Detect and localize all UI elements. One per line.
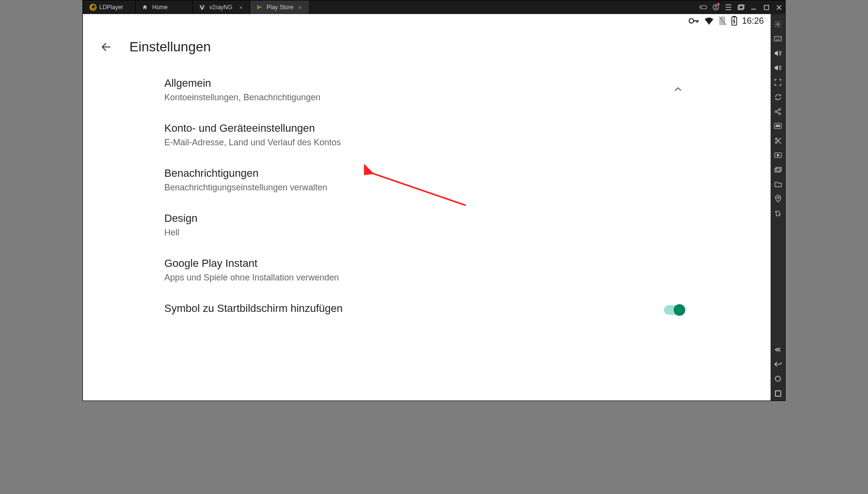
play-video-icon[interactable] [771,148,785,162]
settings-item-subtitle: Kontoeinstellungen, Benachrichtigungen [164,93,320,103]
menu-icon[interactable] [722,0,735,14]
settings-item-konto[interactable]: Konto- und Geräteeinstellungen E-Mail-Ad… [164,112,771,157]
folder-icon[interactable] [771,177,785,191]
title-bar: LDPlayer Home v2rayNG × Play Store [83,0,785,14]
emulator-side-toolbar: + − APK [771,14,785,401]
apk-icon[interactable]: APK [771,119,785,133]
settings-item-design[interactable]: Design Hell [164,202,771,247]
tab-strip: Home v2rayNG × Play Store × [135,0,697,14]
svg-rect-24 [776,167,781,171]
svg-rect-10 [733,16,735,17]
settings-item-subtitle: Hell [164,228,197,238]
back-arrow-icon[interactable] [100,41,112,53]
close-icon[interactable]: × [238,4,244,11]
volume-down-icon[interactable]: − [771,61,785,75]
svg-point-28 [775,376,781,382]
vpn-key-icon [689,17,699,24]
svg-point-12 [777,23,779,25]
svg-point-4 [715,6,717,8]
svg-rect-27 [776,211,779,216]
svg-rect-29 [775,390,780,396]
scissors-icon[interactable] [771,133,785,148]
svg-text:APK: APK [775,125,780,127]
tab-label: Home [152,4,168,11]
chevron-up-icon [673,84,683,94]
share-icon[interactable] [771,104,785,119]
play-store-icon [256,4,263,11]
multi-instance-icon[interactable] [735,0,747,14]
home-nav-icon[interactable] [771,371,785,386]
v2ray-icon [199,4,205,11]
rotate-icon[interactable] [771,206,785,220]
page-title: Einstellungen [129,39,211,55]
home-icon [142,4,148,11]
location-pin-icon[interactable] [771,191,785,206]
svg-point-21 [775,138,777,139]
android-screen: 16:26 Einstellungen Allgemein Kontoeinst… [83,14,771,401]
gamepad-icon[interactable] [697,0,710,14]
app-brand: LDPlayer [83,0,135,14]
settings-item-title: Konto- und Geräteeinstellungen [164,122,341,135]
page-header: Einstellungen [83,28,771,60]
settings-item-subtitle: E-Mail-Adresse, Land und Verlauf des Kon… [164,138,341,148]
svg-rect-25 [774,169,780,172]
tab-label: v2rayNG [209,4,232,11]
volume-up-icon[interactable]: + [771,46,785,61]
window-controls [697,0,785,14]
settings-item-title: Design [164,212,197,225]
svg-point-26 [777,197,779,199]
expand-icon[interactable] [771,342,785,357]
svg-rect-7 [764,5,769,10]
settings-item-title: Allgemein [164,77,320,90]
multi-window-icon[interactable] [771,162,785,177]
wifi-icon [704,17,714,25]
settings-item-title: Benachrichtigungen [164,167,327,180]
svg-point-22 [775,141,777,143]
app-brand-label: LDPlayer [99,4,123,11]
settings-list: Allgemein Kontoeinstellungen, Benachrich… [83,60,771,401]
settings-item-play-instant[interactable]: Google Play Instant Apps und Spiele ohne… [164,247,771,293]
back-nav-icon[interactable] [771,357,785,371]
tab-v2rayng[interactable]: v2rayNG × [192,0,250,14]
settings-item-startbildschirm[interactable]: Symbol zu Startbildschirm hinzufügen [164,293,771,315]
close-icon[interactable] [773,0,785,14]
maximize-icon[interactable] [760,0,773,14]
tab-play-store[interactable]: Play Store × [250,0,309,14]
fullscreen-icon[interactable] [771,75,785,90]
no-sim-icon [719,16,726,25]
android-status-bar: 16:26 [83,14,771,28]
keyboard-icon[interactable] [771,31,785,46]
svg-point-8 [689,18,694,23]
svg-text:+: + [780,50,782,53]
tab-label: Play Store [267,4,293,11]
settings-item-benachrichtigungen[interactable]: Benachrichtigungen Benachrichtigungseins… [164,157,771,202]
settings-item-subtitle: Benachrichtigungseinstellungen verwalten [164,183,327,193]
settings-gear-icon[interactable] [771,17,785,31]
settings-item-title: Symbol zu Startbildschirm hinzufügen [164,302,343,315]
close-icon[interactable]: × [297,4,303,11]
ldplayer-logo-icon [90,4,96,11]
svg-text:−: − [780,64,782,68]
settings-item-title: Google Play Instant [164,257,339,270]
toggle-switch[interactable] [664,305,683,315]
account-icon[interactable] [710,0,722,14]
status-time: 16:26 [742,16,764,26]
settings-item-subtitle: Apps und Spiele ohne Installation verwen… [164,273,339,283]
battery-charging-icon [731,16,737,26]
tab-home[interactable]: Home [135,0,192,14]
settings-item-allgemein[interactable]: Allgemein Kontoeinstellungen, Benachrich… [164,67,771,112]
sync-icon[interactable] [771,90,785,104]
recent-nav-icon[interactable] [771,386,785,401]
minimize-icon[interactable] [747,0,760,14]
emulator-window: LDPlayer Home v2rayNG × Play Store [82,0,786,401]
